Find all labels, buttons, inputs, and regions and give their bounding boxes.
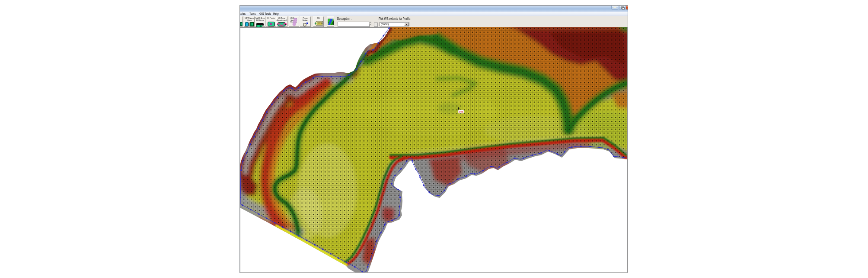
svg-text:area: area: [459, 110, 463, 113]
